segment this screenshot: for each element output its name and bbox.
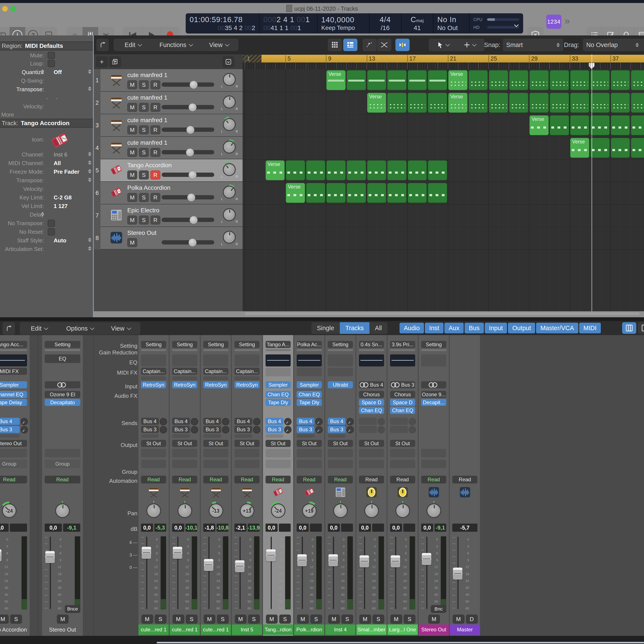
eq-empty-slot[interactable] [234,354,260,366]
vca-empty-slot[interactable] [0,449,27,457]
midi-region[interactable]: Verse [367,93,386,113]
group-slot[interactable] [297,460,322,468]
mute-button[interactable]: M [57,615,68,624]
db-volume-value[interactable]: 0,0 [297,524,309,532]
arrange-menu-view[interactable]: View [199,39,238,51]
channel-strip-stereo-out[interactable]: SettingEQOzone 9 ElDecapitatoGroupRead0,… [42,335,83,636]
midi-fx-empty-slot[interactable] [141,376,166,380]
db-volume-value[interactable]: 0,0 [328,524,340,532]
send-level-knob[interactable] [315,418,323,425]
send-slot[interactable]: Bus 4 [266,418,283,425]
automation-mode-button[interactable]: Read [203,476,228,483]
pan-knob[interactable] [395,503,411,519]
fader-thumb[interactable] [45,551,55,563]
midi-region-loop-segment[interactable] [529,70,549,90]
fader-thumb[interactable] [453,568,462,580]
mute-button[interactable]: M [204,615,215,624]
solo-button[interactable]: S [139,103,149,112]
midi-fx-slot[interactable]: Captain... [172,368,197,375]
mute-button[interactable]: M [127,125,137,134]
midi-fx-empty-slot[interactable] [172,376,197,380]
track-header-epic-electro[interactable]: Epic ElectroMSRLR [100,204,243,227]
channel-fader[interactable]: 036912182430405060 [203,536,228,610]
channel-fader[interactable]: 036912182430405060 [45,536,80,610]
mute-button[interactable]: M [127,216,137,225]
channel-strip-master[interactable]: Read-5,7036912182430405060MDMaster [450,335,480,636]
stepper-icon[interactable] [41,69,44,74]
send-slot[interactable]: Bus 3 [266,426,283,433]
volume-slider[interactable] [162,82,214,87]
group-slot[interactable] [141,460,166,468]
input-slot[interactable] [45,381,80,388]
input-slot[interactable]: RetroSyn [234,381,260,388]
lcd-signature-section[interactable]: 4/4/16 [369,13,401,33]
stepper-icon[interactable] [38,69,44,74]
channel-fader[interactable]: 036912182430405060 [0,536,27,610]
pan-knob[interactable] [363,503,380,519]
channel-name[interactable]: Larg...l One [387,624,418,635]
volume-slider-thumb[interactable] [188,238,197,247]
midi-region-loop-segment[interactable] [590,115,610,135]
channel-strip-polk-rdion[interactable]: Polka Ac...SamplerChan EQTape DlyBus 4Bu… [294,335,324,636]
send-slot[interactable]: Bus 4 [328,418,346,425]
pan-knob[interactable]: LR [222,230,236,244]
eq-thumbnail[interactable] [390,354,415,366]
midi-region[interactable]: Verse [266,160,285,180]
output-slot[interactable]: St Out [266,440,291,447]
vca-empty-slot[interactable] [172,449,197,457]
db-volume-value[interactable]: -1,8 [203,524,215,532]
channel-fader[interactable]: 036912182430405060 [266,536,291,610]
track-header-cute-manfred-1[interactable]: cute manfred 1MSRLR [100,92,243,114]
send-level-knob[interactable] [191,418,198,425]
midi-region-loop-segment[interactable] [347,183,366,203]
channel-name[interactable]: cute...red 1 [201,624,231,635]
mute-button[interactable]: M [428,615,440,624]
arrange-track-lane[interactable]: Verse [243,114,644,137]
catch-playhead-button[interactable] [395,39,410,51]
midi-region-loop-segment[interactable] [611,138,630,158]
fader-thumb[interactable] [142,547,151,559]
track-header-cute-manfred-1[interactable]: cute manfred 1MSRLR [100,137,243,159]
midi-region-loop-segment[interactable] [387,70,407,90]
audio-fx-slot[interactable]: Chorus [359,391,384,398]
channel-name[interactable]: ngo Accordion [0,624,30,635]
eq-slot-button[interactable]: EQ [45,354,80,363]
midi-region-loop-segment[interactable] [469,93,488,113]
volume-slider-thumb[interactable] [188,103,197,111]
output-slot[interactable]: St Out [141,440,166,447]
stepper-icon[interactable] [85,246,91,251]
pan-knob[interactable] [146,503,162,519]
inspector-checkbox[interactable] [48,220,55,227]
send-slot[interactable]: Bus 3 [172,426,190,433]
solo-button[interactable]: S [139,193,149,202]
inspector-more-toggle[interactable]: More [1,111,14,118]
audio-fx-slot[interactable]: Tape Delay [0,399,27,406]
midi-fx-slot[interactable]: Captain... [234,368,260,375]
stepper-icon[interactable] [88,152,91,156]
view-mode-tracks[interactable]: Tracks [340,322,369,334]
midi-region-loop-segment[interactable] [631,93,644,113]
track-header-cute-manfred-1[interactable]: cute manfred 1MSRLR [100,114,243,137]
send-empty-slot[interactable] [359,426,377,433]
arrange-area[interactable]: VerseVerseVerseVerseVerseVerseVerseVerse [243,69,644,311]
stepper-icon[interactable] [38,212,44,216]
channel-strip-cute-red-1[interactable]: SettingCaptain...RetroSynBus 4Bus 3St Ou… [201,335,231,636]
fader-thumb[interactable] [266,549,276,561]
send-slot[interactable]: Bus 3 [328,426,346,433]
arrange-track-lane[interactable]: VerseVerse [243,69,644,92]
eq-thumbnail[interactable] [297,354,322,366]
mixer-back-button[interactable] [3,322,15,335]
pan-knob[interactable]: LR [222,208,236,222]
mute-button[interactable]: M [127,148,137,157]
db-volume-value[interactable]: 0,0 [266,524,278,532]
solo-button[interactable]: S [139,125,149,134]
midi-fx-empty-slot[interactable] [266,368,291,376]
audio-fx-slot[interactable]: Space D [359,399,384,406]
eq-thumbnail[interactable] [0,354,27,366]
audio-fx-slot[interactable]: Chan EQ [390,407,415,414]
input-slot[interactable]: Sampler [297,381,322,388]
arrange-menu-edit[interactable]: Edit [114,39,153,51]
automation-mode-button[interactable]: Read [172,476,197,483]
db-volume-value[interactable]: 0,0 [45,524,62,532]
stepper-icon[interactable] [85,160,91,165]
